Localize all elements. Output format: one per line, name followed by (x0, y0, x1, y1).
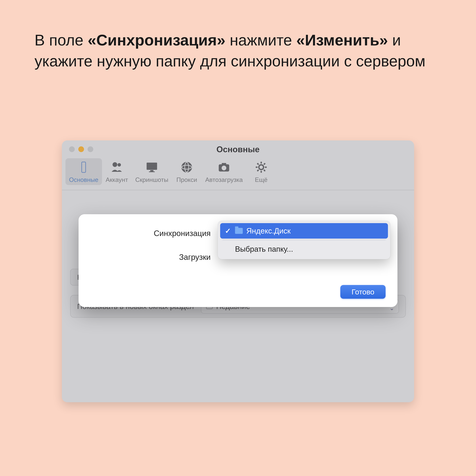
tab-more[interactable]: Ещё (246, 158, 276, 185)
preferences-toolbar: Основные Аккаунт Скриншоты Прокси Автоза… (62, 155, 414, 190)
tab-label: Основные (69, 176, 98, 183)
done-button-label: Готово (352, 288, 374, 296)
dropdown-item-label: Яндекс.Диск (246, 226, 290, 235)
svg-rect-4 (150, 170, 153, 171)
monitor-icon (144, 161, 160, 174)
phone-icon (76, 161, 91, 174)
svg-point-1 (112, 162, 117, 167)
tab-general[interactable]: Основные (66, 158, 102, 185)
checkmark-icon: ✓ (225, 227, 231, 235)
instruction-text: В поле «Синхронизация» нажмите «Изменить… (34, 30, 446, 71)
svg-point-12 (259, 165, 264, 170)
svg-rect-0 (82, 162, 86, 172)
tab-label: Автозагрузка (205, 176, 243, 183)
svg-line-17 (257, 163, 259, 165)
dropdown-separator (222, 240, 386, 240)
tab-autoload[interactable]: Автозагрузка (202, 158, 246, 185)
traffic-lights (69, 146, 93, 152)
close-window-button[interactable] (69, 146, 75, 152)
svg-rect-3 (147, 163, 157, 170)
camera-icon (216, 161, 232, 174)
tab-proxy[interactable]: Прокси (172, 158, 202, 185)
gear-icon (254, 161, 269, 174)
folder-icon (235, 228, 243, 234)
dropdown-item-choose-folder[interactable]: Выбрать папку... (220, 241, 388, 257)
svg-rect-5 (149, 171, 154, 172)
svg-line-20 (257, 170, 259, 171)
svg-line-18 (264, 170, 265, 171)
done-button[interactable]: Готово (340, 285, 386, 299)
tab-label: Аккаунт (106, 176, 128, 183)
tab-account[interactable]: Аккаунт (102, 158, 132, 185)
svg-point-6 (182, 162, 192, 172)
svg-rect-10 (222, 163, 226, 165)
svg-line-19 (264, 163, 265, 165)
zoom-window-button[interactable] (87, 146, 93, 152)
tab-label: Прокси (176, 176, 197, 183)
dropdown-item-yandex-disk[interactable]: ✓ Яндекс.Диск (220, 223, 388, 238)
people-icon (109, 161, 125, 174)
tab-label: Ещё (255, 176, 268, 183)
svg-point-2 (118, 163, 121, 167)
downloads-label: Загрузки (90, 253, 215, 262)
tab-label: Скриншоты (135, 176, 168, 183)
minimize-window-button[interactable] (78, 146, 84, 152)
tab-screenshots[interactable]: Скриншоты (132, 158, 172, 185)
sync-label: Синхронизация (90, 229, 215, 238)
sync-folder-dropdown: ✓ Яндекс.Диск Выбрать папку... (218, 221, 390, 259)
svg-point-11 (221, 166, 226, 170)
window-titlebar: Основные (62, 140, 414, 155)
dropdown-item-label: Выбрать папку... (235, 245, 293, 254)
globe-icon (179, 161, 194, 174)
window-title: Основные (62, 141, 414, 154)
